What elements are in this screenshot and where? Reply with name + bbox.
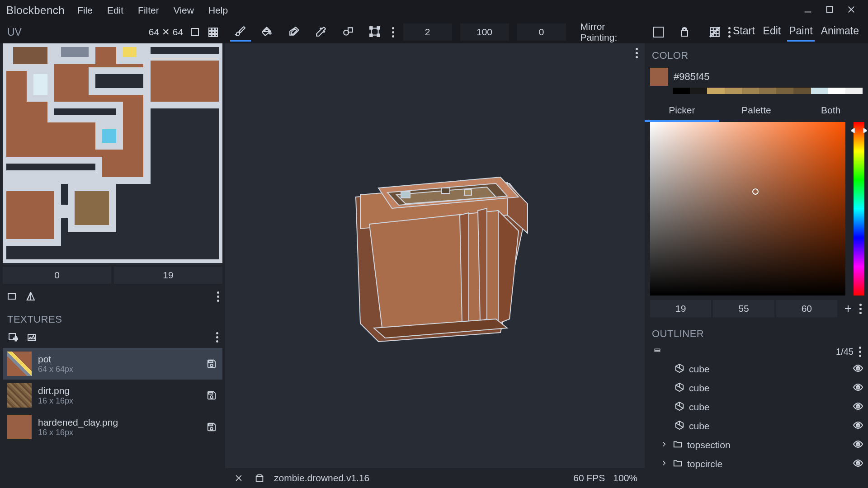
outliner-item-name: cube (689, 402, 710, 413)
brush-opacity-input[interactable] (460, 23, 509, 41)
outliner-item-name: topsection (687, 440, 731, 450)
grid-toggle-icon[interactable] (708, 26, 721, 38)
outliner-item[interactable]: cube (649, 398, 863, 417)
outliner-more-icon[interactable] (858, 347, 862, 357)
texture-dim: 16 x 16px (38, 396, 199, 406)
uv-coord-x[interactable]: 0 (3, 267, 111, 284)
uv-more-icon[interactable] (216, 291, 220, 302)
outliner-item[interactable]: topcircle (649, 455, 863, 474)
menu-edit[interactable]: Edit (101, 2, 130, 19)
uv-coord-y[interactable]: 19 (114, 267, 222, 284)
uv-rect-icon[interactable] (5, 290, 18, 303)
color-more-icon[interactable] (859, 304, 863, 314)
hsl-l-input[interactable]: 60 (776, 300, 837, 317)
uv-mirror-icon[interactable] (24, 290, 37, 303)
outliner-toggle-icon[interactable] (651, 345, 664, 358)
status-zoom: 100% (613, 473, 637, 483)
viewport[interactable]: zombie.drowned.v1.16 60 FPS 100% (225, 43, 645, 488)
maximize-icon[interactable] (825, 5, 835, 17)
toolbar-more-icon[interactable] (727, 27, 731, 38)
hue-cursor[interactable] (851, 128, 867, 133)
uv-editor[interactable] (3, 43, 222, 265)
textures-more-icon[interactable] (215, 332, 219, 343)
chevron-right-icon[interactable] (660, 459, 668, 469)
window-controls (803, 5, 864, 17)
texture-thumb (7, 352, 32, 376)
import-texture-icon[interactable] (25, 331, 38, 343)
color-swatch[interactable] (650, 68, 668, 86)
outliner-item[interactable]: topsection (649, 436, 863, 455)
brush-softness-input[interactable] (517, 23, 566, 41)
svg-rect-58 (464, 190, 472, 195)
svg-rect-35 (30, 71, 51, 99)
palette-history[interactable] (673, 88, 863, 94)
visibility-icon[interactable] (853, 363, 863, 376)
mode-tabs: Start Edit Paint Animate (731, 23, 868, 42)
chevron-right-icon[interactable] (660, 440, 668, 450)
shape-tool[interactable] (338, 23, 358, 42)
texture-item[interactable]: pot64 x 64px (3, 348, 222, 380)
menu-filter[interactable]: Filter (132, 2, 165, 19)
save-icon[interactable] (205, 421, 218, 433)
visibility-icon[interactable] (853, 420, 863, 433)
app-name: Blockbench (4, 4, 71, 17)
visibility-icon[interactable] (853, 401, 863, 414)
close-tab-icon[interactable] (232, 472, 245, 484)
add-texture-icon[interactable] (6, 331, 19, 343)
save-icon[interactable] (205, 357, 218, 370)
both-tab[interactable]: Both (793, 100, 868, 122)
add-color-icon[interactable] (839, 302, 857, 315)
color-hex[interactable]: #985f45 (674, 71, 710, 83)
texture-item[interactable]: hardened_clay.png16 x 16px (3, 411, 222, 443)
uv-fullscreen-icon[interactable] (189, 26, 201, 38)
pot-3d-render (329, 143, 541, 351)
lock-icon[interactable] (678, 26, 691, 38)
hsl-s-input[interactable]: 55 (713, 300, 774, 317)
brush-size-input[interactable] (403, 23, 452, 41)
mode-paint[interactable]: Paint (787, 23, 814, 42)
color-header: COLOR (645, 43, 868, 65)
eraser-tool[interactable] (284, 23, 304, 42)
textures-header: TEXTURES (0, 307, 225, 329)
texture-thumb (7, 415, 32, 439)
visibility-icon[interactable] (853, 382, 863, 395)
picker-tab[interactable]: Picker (645, 100, 719, 122)
save-icon[interactable] (205, 389, 218, 402)
brush-tool[interactable] (230, 23, 250, 42)
color-picker-tool[interactable] (311, 23, 331, 42)
svg-point-79 (857, 462, 859, 464)
hsl-h-input[interactable]: 19 (650, 300, 711, 317)
outliner-item[interactable]: cube (649, 360, 863, 379)
palette-tab[interactable]: Palette (719, 100, 794, 122)
svg-rect-40 (61, 208, 68, 215)
uv-label: UV (5, 26, 143, 38)
fill-tool[interactable] (257, 23, 278, 42)
mode-start[interactable]: Start (731, 23, 757, 42)
outliner-item-name: topcircle (687, 459, 722, 469)
model-icon[interactable] (253, 472, 266, 484)
outliner-item[interactable]: cube (649, 417, 863, 436)
right-panel: COLOR #985f45 Picker Palette Both 19 55 … (645, 43, 868, 488)
sv-cursor[interactable] (752, 188, 759, 195)
menu-file[interactable]: File (71, 2, 99, 19)
mode-edit[interactable]: Edit (761, 23, 783, 42)
outliner-item[interactable]: cube (649, 379, 863, 398)
minimize-icon[interactable] (803, 5, 813, 17)
svg-rect-38 (51, 105, 119, 119)
menu-view[interactable]: View (167, 2, 200, 19)
mirror-checkbox[interactable] (653, 27, 664, 38)
menu-help[interactable]: Help (202, 2, 234, 19)
texture-item[interactable]: dirt.png16 x 16px (3, 380, 222, 411)
mode-animate[interactable]: Animate (819, 23, 861, 42)
visibility-icon[interactable] (853, 458, 863, 471)
outliner-item-name: cube (689, 421, 710, 432)
close-icon[interactable] (846, 5, 856, 17)
outliner-header: OUTLINER (645, 322, 868, 343)
uv-grid-icon[interactable] (207, 26, 219, 38)
visibility-icon[interactable] (853, 439, 863, 452)
svg-point-76 (857, 405, 859, 407)
sv-picker[interactable] (650, 122, 845, 296)
tools-more-icon[interactable] (392, 27, 395, 38)
hue-bar[interactable] (854, 122, 864, 296)
transform-tool[interactable] (364, 23, 385, 42)
